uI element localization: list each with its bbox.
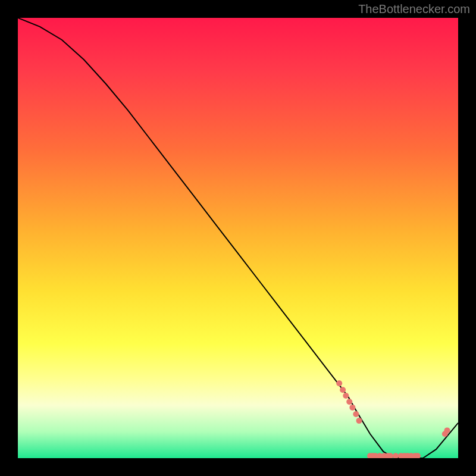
gradient-background — [18, 18, 458, 458]
attribution-text: TheBottlenecker.com — [358, 2, 470, 16]
plot-area — [18, 18, 458, 458]
